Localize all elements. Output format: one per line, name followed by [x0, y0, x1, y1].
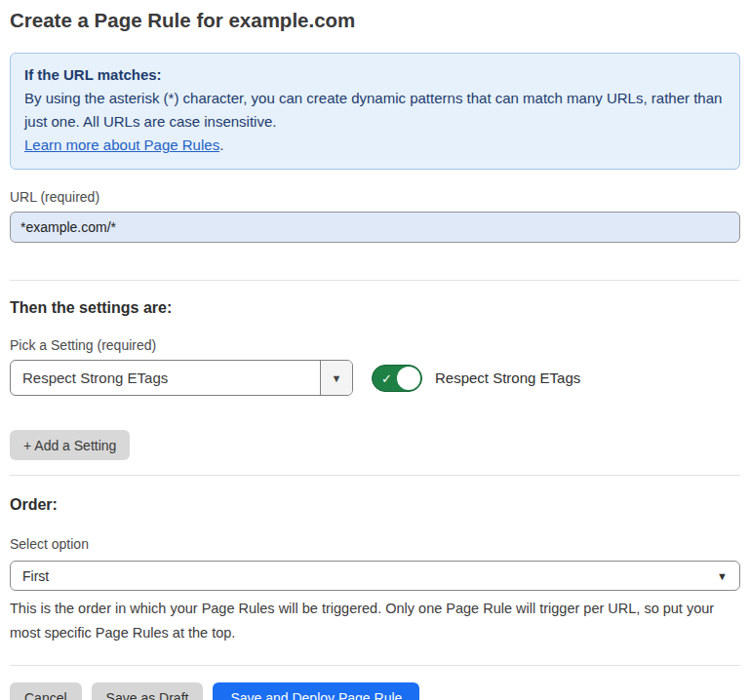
save-draft-button[interactable]: Save as Draft — [92, 682, 204, 700]
divider — [10, 475, 740, 476]
settings-section-heading: Then the settings are: — [10, 299, 740, 317]
info-box-link-line: Learn more about Page Rules. — [24, 134, 726, 157]
order-select-label: Select option — [10, 536, 740, 552]
url-match-info-box: If the URL matches: By using the asteris… — [10, 53, 740, 170]
chevron-down-icon: ▼ — [717, 570, 728, 582]
save-deploy-button[interactable]: Save and Deploy Page Rule — [213, 682, 419, 700]
order-select-value: First — [22, 568, 49, 584]
create-page-rule-form: Create a Page Rule for example.com If th… — [0, 9, 750, 700]
pick-setting-label: Pick a Setting (required) — [10, 337, 740, 353]
setting-dropdown-arrow-button[interactable]: ▼ — [320, 361, 352, 395]
link-suffix: . — [219, 136, 223, 153]
url-field-label: URL (required) — [10, 189, 740, 205]
setting-row: Respect Strong ETags ▼ ✓ Respect Strong … — [10, 360, 740, 396]
info-box-body: By using the asterisk (*) character, you… — [24, 87, 726, 134]
setting-dropdown-value: Respect Strong ETags — [11, 361, 320, 395]
order-section-heading: Order: — [10, 496, 740, 514]
toggle-label: Respect Strong ETags — [435, 369, 580, 386]
page-title: Create a Page Rule for example.com — [10, 9, 740, 32]
chevron-down-icon: ▼ — [332, 372, 342, 384]
add-setting-button[interactable]: + Add a Setting — [10, 430, 130, 460]
cancel-button[interactable]: Cancel — [10, 682, 82, 700]
learn-more-link[interactable]: Learn more about Page Rules — [24, 136, 219, 153]
etags-toggle[interactable]: ✓ — [372, 365, 422, 392]
order-help-text: This is the order in which your Page Rul… — [10, 597, 740, 645]
url-input[interactable] — [10, 212, 740, 243]
divider — [10, 665, 740, 666]
divider — [10, 280, 740, 281]
check-icon: ✓ — [381, 371, 392, 384]
toggle-knob — [397, 367, 420, 390]
form-actions: Cancel Save as Draft Save and Deploy Pag… — [10, 682, 740, 700]
info-box-heading: If the URL matches: — [24, 63, 726, 87]
setting-dropdown[interactable]: Respect Strong ETags ▼ — [10, 360, 353, 396]
order-select[interactable]: First ▼ — [10, 561, 740, 591]
